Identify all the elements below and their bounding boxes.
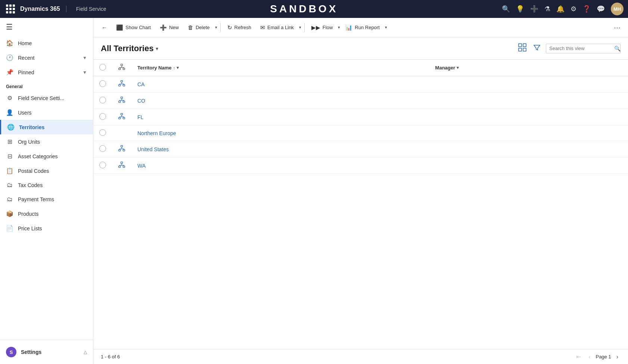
sidebar-item-products[interactable]: 📦 Products [0,206,93,221]
run-report-dropdown-icon[interactable]: ▾ [385,25,387,30]
table-row: WA [93,158,628,174]
territory-link[interactable]: CO [137,98,145,104]
row-checkbox[interactable] [99,162,106,168]
row-checkbox-cell [93,141,112,158]
view-layout-icon[interactable] [517,42,528,55]
refresh-button[interactable]: ↻ Refresh [224,22,255,33]
sidebar-item-tax-codes[interactable]: 🗂 Tax Codes [0,178,93,192]
flow-dropdown-icon[interactable]: ▾ [338,25,340,30]
territory-link[interactable]: CA [137,81,144,87]
manager-sort-icon[interactable]: ▾ [457,65,459,70]
next-page-button[interactable]: › [614,353,621,361]
sidebar-item-price-lists[interactable]: 📄 Price Lists [0,221,93,236]
filter-icon[interactable]: ⚗ [544,5,550,13]
new-button[interactable]: ➕ New [156,22,183,33]
svg-rect-40 [119,166,121,168]
territory-link[interactable]: Northern Europe [137,130,176,136]
svg-rect-0 [519,44,522,47]
sidebar-item-postal-codes[interactable]: 📋 Postal Codes [0,164,93,178]
sidebar-item-recent[interactable]: 🕐 Recent ▼ [0,50,93,65]
sort-dropdown-icon[interactable]: ▾ [177,65,179,70]
sidebar-item-users-label: Users [18,110,32,116]
territory-link[interactable]: United States [137,146,169,152]
row-checkbox[interactable] [99,129,106,136]
svg-rect-33 [119,150,121,151]
sidebar-item-field-service-settings[interactable]: ⚙ Field Service Setti... [0,91,93,105]
help-icon[interactable]: ❓ [582,5,591,13]
more-options-icon[interactable]: ⋯ [611,22,624,33]
sidebar-item-asset-categories[interactable]: ⊟ Asset Categories [0,149,93,164]
svg-rect-27 [123,118,125,119]
territory-link[interactable]: FL [137,114,143,120]
search-submit-icon[interactable]: 🔍 [614,46,621,52]
lightbulb-icon[interactable]: 💡 [516,5,524,13]
view-header: All Territories ▾ [93,37,628,60]
bell-icon[interactable]: 🔔 [556,5,565,13]
svg-rect-34 [123,150,125,151]
user-avatar[interactable]: MH [611,3,624,15]
run-report-button[interactable]: 📊 Run Report [342,22,383,33]
email-dropdown-icon[interactable]: ▾ [299,25,301,30]
show-chart-button[interactable]: ⬛ Show Chart [112,22,155,33]
back-button[interactable]: ← [98,22,111,33]
territory-name-cell: FL [131,109,429,125]
app-grid-icon[interactable] [4,3,16,15]
asset-categories-icon: ⊟ [6,153,13,160]
hamburger-icon[interactable]: ☰ [6,22,13,31]
delete-button[interactable]: 🗑 Delete [184,22,214,33]
svg-rect-12 [119,85,121,86]
row-checkbox[interactable] [99,113,106,120]
pinned-chevron-icon: ▼ [83,70,87,75]
tax-codes-icon: 🗂 [6,182,13,189]
filter-funnel-icon[interactable] [532,42,542,55]
sidebar-item-asset-categories-label: Asset Categories [18,153,58,159]
sidebar-item-payment-terms[interactable]: 🗂 Payment Terms [0,192,93,206]
sidebar-item-home[interactable]: 🏠 Home [0,36,93,50]
pagination-bar: 1 - 6 of 6 ⇤ ‹ Page 1 › [93,349,628,364]
delete-dropdown-icon[interactable]: ▾ [215,25,217,30]
recent-chevron-icon: ▼ [83,55,87,60]
select-all-checkbox[interactable] [99,64,106,71]
svg-rect-20 [123,101,125,103]
sidebar-item-org-units[interactable]: ⊞ Org Units [0,134,93,149]
email-link-button[interactable]: ✉ Email a Link [257,22,298,33]
settings-chevron-icon: △ [84,349,87,355]
flow-button[interactable]: ▶▶ Flow [308,22,336,33]
search-icon[interactable]: 🔍 [502,5,510,13]
row-checkbox[interactable] [99,80,106,87]
svg-rect-1 [523,44,526,47]
app-title[interactable]: Dynamics 365 [20,6,66,12]
chat-icon[interactable]: 💬 [597,5,605,13]
territory-link[interactable]: WA [137,163,146,169]
svg-rect-19 [119,101,121,103]
hierarchy-icon [118,96,125,104]
first-page-button[interactable]: ⇤ [574,352,583,361]
svg-rect-2 [519,48,522,51]
row-checkbox[interactable] [99,145,106,152]
territory-name-cell: WA [131,158,429,174]
module-title[interactable]: Field Service [70,6,106,12]
sidebar-item-pinned[interactable]: 📌 Pinned ▼ [0,65,93,80]
sidebar-item-territories[interactable]: 🌐 Territories [0,120,93,134]
manager-col-header[interactable]: Manager ▾ [429,60,628,76]
settings-icon[interactable]: ⚙ [571,5,576,13]
hierarchy-icon [118,145,125,152]
sidebar-item-users[interactable]: 👤 Users [0,105,93,120]
users-icon: 👤 [6,109,13,116]
plus-icon[interactable]: ➕ [530,5,538,13]
view-title-chevron-icon[interactable]: ▾ [156,46,158,52]
svg-rect-6 [123,68,125,70]
row-checkbox[interactable] [99,97,106,103]
delete-label: Delete [196,25,210,30]
sidebar-item-recent-label: Recent [18,55,34,61]
postal-codes-icon: 📋 [6,167,13,174]
general-section-label: General [0,80,93,91]
manager-cell [429,158,628,174]
prev-page-button[interactable]: ‹ [586,353,593,361]
sort-asc-icon: ↑ [173,66,175,70]
icon-col-header [112,60,131,76]
manager-cell [429,93,628,109]
territory-name-col-header[interactable]: Territory Name ↑ ▾ [131,60,429,76]
sidebar-settings-item[interactable]: S Settings △ [0,343,93,361]
search-input[interactable] [549,46,612,51]
